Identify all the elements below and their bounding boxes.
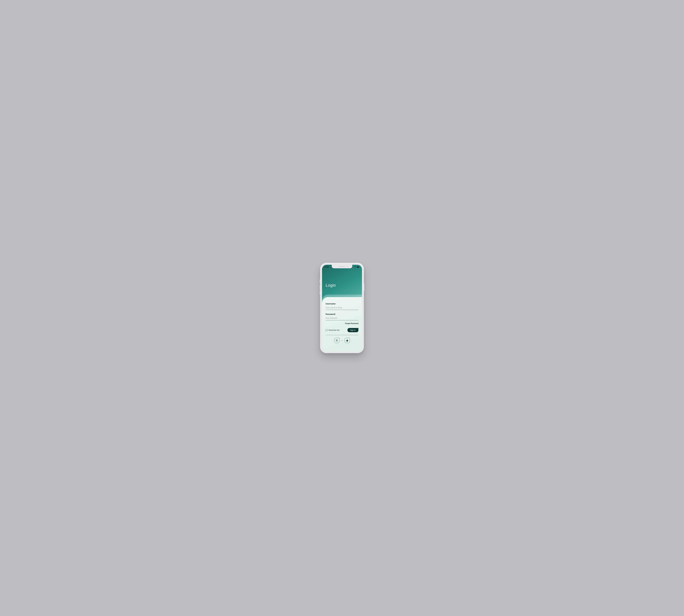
username-field: Username <box>325 303 359 310</box>
apple-icon <box>346 339 348 342</box>
google-icon <box>336 339 338 342</box>
status-time: 17:58 <box>324 266 329 268</box>
phone-notch <box>332 265 352 268</box>
login-header: Login <box>322 265 362 296</box>
wifi-icon <box>354 266 356 268</box>
checkbox-icon <box>325 329 327 331</box>
status-indicators <box>354 266 360 268</box>
svg-rect-1 <box>357 267 359 267</box>
password-input[interactable] <box>325 316 359 320</box>
google-login-button[interactable] <box>334 338 339 343</box>
remember-me-label: Remember Me <box>328 329 339 331</box>
speaker-grille <box>339 266 345 267</box>
social-login-row: or <box>325 338 359 343</box>
username-input[interactable] <box>325 306 359 310</box>
username-label: Username <box>325 303 359 305</box>
action-row: Remember Me Sign In <box>325 328 359 335</box>
phone-screen: 17:58 Login Username Pas <box>322 265 362 351</box>
forgot-password-link[interactable]: Forgot Password <box>325 323 359 325</box>
battery-icon <box>357 266 360 268</box>
social-separator: or <box>341 339 343 341</box>
front-camera <box>347 266 348 267</box>
page-title: Login <box>325 283 336 288</box>
svg-rect-2 <box>359 267 360 267</box>
phone-frame: 17:58 Login Username Pas <box>320 263 364 353</box>
sign-in-button[interactable]: Sign In <box>347 328 359 332</box>
login-card: Username Password Forgot Password Rememb… <box>322 297 362 351</box>
password-label: Password <box>325 313 359 315</box>
remember-me-checkbox[interactable]: Remember Me <box>325 329 339 331</box>
apple-login-button[interactable] <box>345 338 350 343</box>
password-field: Password <box>325 313 359 320</box>
